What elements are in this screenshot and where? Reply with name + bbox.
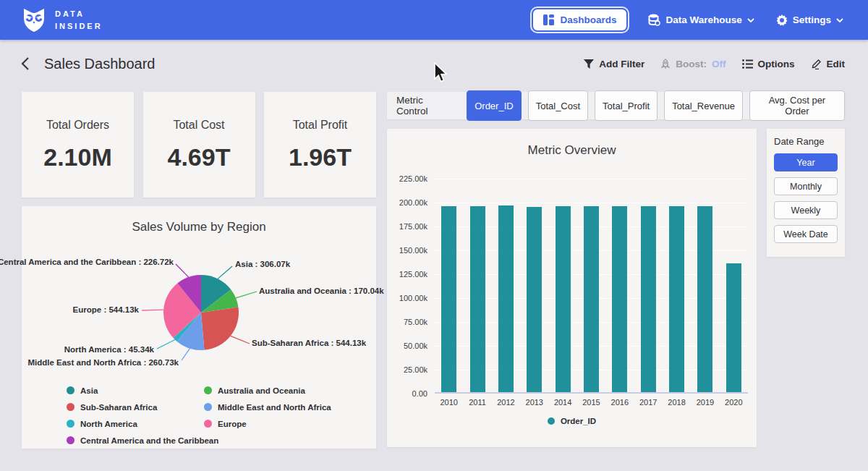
bar-column-2010 <box>435 179 463 392</box>
bar-2016[interactable] <box>612 206 627 392</box>
kpi-row: Total Orders2.10MTotal Cost4.69TTotal Pr… <box>22 92 376 198</box>
y-tick-label: 125.00k <box>387 270 427 279</box>
y-tick-label: 0.00 <box>387 389 427 398</box>
x-tick-label: 2017 <box>634 398 663 407</box>
date-range-button-weekly[interactable]: Weekly <box>774 201 838 219</box>
legend-item-sub-saharan-africa[interactable]: Sub-Saharan Africa <box>67 403 204 412</box>
back-button[interactable] <box>20 56 30 71</box>
bar-column-2013 <box>520 179 548 392</box>
bar-2015[interactable] <box>584 206 599 392</box>
boost-value: Off <box>712 59 726 69</box>
bar-chart-legend: Order_ID <box>387 417 757 425</box>
y-tick-label: 50.00k <box>387 341 427 350</box>
kpi-label: Total Profit <box>293 119 348 132</box>
legend-label: Asia <box>80 386 98 395</box>
kpi-value: 1.96T <box>289 143 352 171</box>
legend-label: Australia and Oceania <box>218 386 305 395</box>
legend-label: Sub-Saharan Africa <box>80 403 157 412</box>
x-tick-label: 2014 <box>548 398 576 407</box>
pie-leader-line <box>157 340 175 349</box>
kpi-value: 4.69T <box>168 143 231 171</box>
pie-label-central-america-and-the-caribbean: Central America and the Caribbean : 226.… <box>0 258 174 266</box>
data-warehouse-label: Data Warehouse <box>665 14 741 25</box>
pie-slice-sub-saharan-africa[interactable] <box>201 307 239 350</box>
settings-label: Settings <box>793 14 831 25</box>
kpi-label: Total Cost <box>173 119 224 132</box>
metric-button-order-id[interactable]: Order_ID <box>467 90 521 121</box>
bar-chart-title: Metric Overview <box>387 143 757 158</box>
bar-column-2016 <box>605 179 634 392</box>
legend-item-middle-east-and-north-africa[interactable]: Middle East and North Africa <box>204 403 331 412</box>
options-list-icon <box>742 59 753 69</box>
pie-leader-line <box>231 336 250 344</box>
legend-item-europe[interactable]: Europe <box>204 420 331 428</box>
legend-dot <box>204 403 212 411</box>
boost-toggle[interactable]: Boost: Off <box>660 59 726 69</box>
date-range-button-week-date[interactable]: Week Date <box>774 225 838 243</box>
date-range-button-year[interactable]: Year <box>774 153 838 171</box>
pie-label-europe: Europe : 544.13k <box>73 305 139 314</box>
kpi-label: Total Orders <box>46 119 109 132</box>
metric-button-total-cost[interactable]: Total_Cost <box>528 90 588 121</box>
x-tick-label: 2012 <box>492 398 520 407</box>
page-title: Sales Dashboard <box>44 56 155 72</box>
legend-dot <box>67 403 75 411</box>
bar-2012[interactable] <box>498 205 514 392</box>
settings-menu[interactable]: Settings <box>776 14 843 26</box>
options-label: Options <box>758 59 795 69</box>
add-filter-button[interactable]: Add Filter <box>584 59 644 69</box>
metric-button-avg-cost-per-order[interactable]: Avg. Cost per Order <box>749 90 845 121</box>
bar-column-2020 <box>720 179 748 392</box>
gear-icon <box>776 14 788 26</box>
database-icon <box>648 14 660 26</box>
y-tick-label: 200.00k <box>387 198 427 207</box>
brand-logo: DATA INSIDER <box>22 7 103 33</box>
legend-item-australia-and-oceania[interactable]: Australia and Oceania <box>204 386 331 395</box>
legend-item-north-america[interactable]: North America <box>67 420 204 428</box>
legend-label: Central America and the Caribbean <box>80 436 218 445</box>
sales-volume-panel: Sales Volume by Region Asia : 306.07kAus… <box>22 206 376 449</box>
legend-dot <box>67 386 75 394</box>
y-tick-label: 175.00k <box>387 222 427 231</box>
data-warehouse-menu[interactable]: Data Warehouse <box>648 14 754 26</box>
pie-label-asia: Asia : 306.07k <box>235 260 290 268</box>
metric-overview-panel: Metric Overview 225.00k200.00k175.00k150… <box>387 129 757 447</box>
metric-button-total-revenue[interactable]: Total_Revenue <box>664 90 743 121</box>
bar-2020[interactable] <box>726 263 741 392</box>
y-tick-label: 150.00k <box>387 246 427 255</box>
legend-label: North America <box>80 420 137 428</box>
legend-dot <box>548 417 555 425</box>
x-tick-label: 2010 <box>435 398 463 407</box>
owl-logo-icon <box>22 7 46 33</box>
bar-2010[interactable] <box>441 206 456 392</box>
page-header: Sales Dashboard Add Filter Boost: Off Op… <box>0 40 868 88</box>
edit-label: Edit <box>827 59 846 69</box>
date-range-panel: Date Range YearMonthlyWeeklyWeek Date <box>767 129 845 257</box>
bar-2019[interactable] <box>697 206 712 392</box>
metric-button-total-profit[interactable]: Total_Profit <box>595 90 658 121</box>
legend-label: Middle East and North Africa <box>218 403 331 412</box>
bar-2014[interactable] <box>556 206 571 392</box>
bar-2017[interactable] <box>641 206 656 392</box>
dashboards-button[interactable]: Dashboards <box>533 9 626 30</box>
legend-item-asia[interactable]: Asia <box>67 386 204 395</box>
y-tick-label: 25.00k <box>387 365 427 374</box>
date-range-button-monthly[interactable]: Monthly <box>774 177 838 195</box>
bar-2013[interactable] <box>527 207 542 392</box>
brand-name: DATA INSIDER <box>55 8 103 32</box>
pie-leader-line <box>218 266 232 279</box>
bar-2018[interactable] <box>669 206 684 392</box>
bar-column-2014 <box>548 179 576 392</box>
date-range-label: Date Range <box>774 136 838 147</box>
legend-dot <box>67 420 75 428</box>
edit-button[interactable]: Edit <box>811 59 846 69</box>
bar-2011[interactable] <box>470 206 485 392</box>
legend-label: Europe <box>218 420 247 428</box>
options-button[interactable]: Options <box>742 59 795 69</box>
kpi-value: 2.10M <box>43 143 112 171</box>
dashboard-grid-icon <box>543 14 554 25</box>
add-filter-label: Add Filter <box>599 59 644 69</box>
legend-item-central-america-and-the-caribbean[interactable]: Central America and the Caribbean <box>67 436 204 445</box>
legend-dot <box>67 436 75 444</box>
x-tick-label: 2013 <box>520 398 548 407</box>
